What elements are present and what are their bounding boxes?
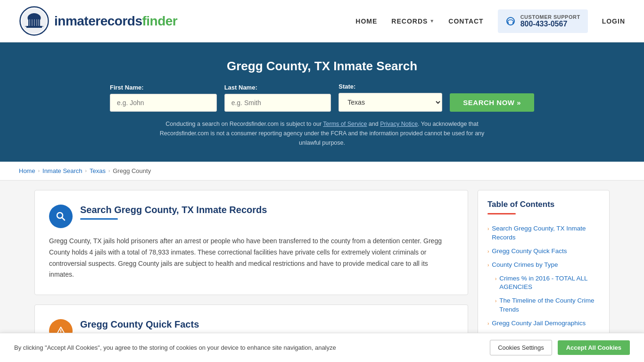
quick-facts-title-group: Gregg County Quick Facts xyxy=(80,319,199,334)
breadcrumb-texas[interactable]: Texas xyxy=(90,167,106,174)
svg-rect-11 xyxy=(38,19,39,26)
cookie-accept-button[interactable]: Accept All Cookies xyxy=(558,340,630,355)
logo[interactable]: inmaterecordsfinder xyxy=(19,6,177,36)
svg-line-16 xyxy=(62,218,65,221)
hero-title: Gregg County, TX Inmate Search xyxy=(19,59,625,74)
quick-facts-title: Gregg County Quick Facts xyxy=(80,319,199,330)
first-name-group: First Name: xyxy=(110,84,217,112)
toc-item-4[interactable]: › Crimes % in 2016 - TOTAL ALL AGENCIES xyxy=(487,272,600,295)
svg-rect-5 xyxy=(33,13,35,18)
inmate-records-title-group: Search Gregg County, TX Inmate Records xyxy=(80,205,267,220)
support-phone: 800-433-0567 xyxy=(520,20,580,28)
toc-title: Table of Contents xyxy=(487,200,600,209)
state-label: State: xyxy=(339,83,355,90)
inmate-records-card: Search Gregg County, TX Inmate Records G… xyxy=(34,190,468,295)
cookie-settings-button[interactable]: Cookies Settings xyxy=(490,340,552,355)
support-label: CUSTOMER SUPPORT xyxy=(520,14,580,20)
support-info: CUSTOMER SUPPORT 800-433-0567 xyxy=(520,14,580,28)
toc-chevron-2: › xyxy=(487,248,489,255)
toc-chevron-1: › xyxy=(487,226,489,232)
toc-item-1[interactable]: › Search Gregg County, TX Inmate Records xyxy=(487,222,600,245)
svg-rect-8 xyxy=(32,19,33,26)
cookie-text: By clicking "Accept All Cookies", you ag… xyxy=(14,344,445,351)
breadcrumb: Home › Inmate Search › Texas › Gregg Cou… xyxy=(0,162,644,181)
toc-chevron-6: › xyxy=(487,321,489,327)
breadcrumb-sep-3: › xyxy=(108,168,110,173)
headphone-icon xyxy=(505,16,516,26)
last-name-input[interactable] xyxy=(224,94,331,112)
breadcrumb-sep-1: › xyxy=(38,168,40,173)
tos-link[interactable]: Terms of Service xyxy=(323,121,367,127)
state-select[interactable]: Texas Alabama Alaska California Florida … xyxy=(339,93,442,112)
state-group: State: Texas Alabama Alaska California F… xyxy=(339,83,442,112)
main-nav: HOME RECORDS ▼ CONTACT CUSTOMER SUPPORT … xyxy=(355,9,625,33)
svg-rect-10 xyxy=(36,19,37,26)
search-circle-icon xyxy=(49,205,73,228)
logo-text: inmaterecordsfinder xyxy=(54,14,177,29)
nav-records[interactable]: RECORDS ▼ xyxy=(391,17,434,25)
toc-item-3[interactable]: › County Crimes by Type xyxy=(487,258,600,272)
toc-chevron-5: › xyxy=(495,298,496,304)
toc-item-2[interactable]: › Gregg County Quick Facts xyxy=(487,245,600,258)
records-chevron-icon: ▼ xyxy=(429,18,434,24)
toc-chevron-4: › xyxy=(495,276,496,282)
legal-text: Conducting a search on Recordsfinder.com… xyxy=(157,119,487,148)
toc-item-6[interactable]: › Gregg County Jail Demographics xyxy=(487,317,600,330)
svg-rect-7 xyxy=(29,19,30,26)
customer-support-box: CUSTOMER SUPPORT 800-433-0567 xyxy=(498,9,588,33)
inmate-records-body: Gregg County, TX jails hold prisoners af… xyxy=(49,236,454,280)
nav-home[interactable]: HOME xyxy=(355,17,377,25)
nav-records-link[interactable]: RECORDS xyxy=(391,17,428,25)
cookie-buttons: Cookies Settings Accept All Cookies xyxy=(490,340,630,355)
site-header: inmaterecordsfinder HOME RECORDS ▼ CONTA… xyxy=(0,0,644,42)
toc-card: Table of Contents › Search Gregg County,… xyxy=(478,190,610,356)
search-form: First Name: Last Name: State: Texas Alab… xyxy=(110,83,534,112)
inmate-records-header: Search Gregg County, TX Inmate Records xyxy=(49,205,454,228)
last-name-label: Last Name: xyxy=(224,84,257,91)
cookie-banner: By clicking "Accept All Cookies", you ag… xyxy=(0,333,644,362)
first-name-input[interactable] xyxy=(110,94,217,112)
logo-icon xyxy=(19,6,50,36)
first-name-label: First Name: xyxy=(110,84,144,91)
svg-rect-13 xyxy=(507,22,509,24)
nav-contact[interactable]: CONTACT xyxy=(448,17,483,25)
last-name-group: Last Name: xyxy=(224,84,331,112)
toc-chevron-3: › xyxy=(487,262,489,269)
inmate-records-title: Search Gregg County, TX Inmate Records xyxy=(80,205,267,215)
toc-underline xyxy=(487,213,516,214)
nav-login[interactable]: LOGIN xyxy=(602,17,625,25)
breadcrumb-inmate-search[interactable]: Inmate Search xyxy=(42,167,83,174)
svg-rect-14 xyxy=(512,22,514,24)
breadcrumb-sep-2: › xyxy=(85,168,87,173)
svg-rect-9 xyxy=(34,19,35,26)
breadcrumb-home[interactable]: Home xyxy=(19,167,35,174)
privacy-link[interactable]: Privacy Notice xyxy=(380,121,418,127)
title-underline xyxy=(80,218,118,220)
hero-section: Gregg County, TX Inmate Search First Nam… xyxy=(0,42,644,162)
breadcrumb-current: Gregg County xyxy=(113,167,151,174)
svg-rect-6 xyxy=(25,26,43,27)
toc-item-5[interactable]: › The Timeline of the County Crime Trend… xyxy=(487,294,600,317)
search-button[interactable]: SEARCH NOW » xyxy=(450,93,534,112)
